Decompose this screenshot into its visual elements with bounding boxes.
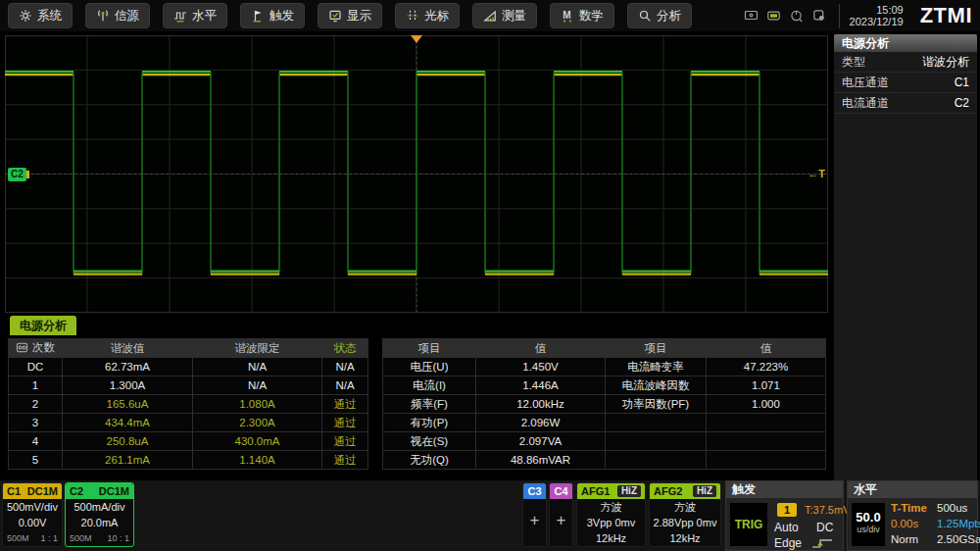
t-time-value: 500us — [937, 502, 980, 515]
analysis-icon — [638, 9, 652, 23]
table-cell: N/A — [193, 358, 322, 376]
table-row: 频率(F)12.00kHz功率因数(PF)1.000 — [383, 395, 826, 414]
power-analysis-panel: 电源分析 类型谐波分析电压通道C1电流通道C2 — [834, 34, 977, 480]
toolbar-button-measure[interactable]: 测量 — [472, 3, 537, 28]
toolbar-button-analysis[interactable]: 分析 — [627, 3, 692, 28]
table-cell: 5 — [9, 451, 63, 470]
table-cell: DC — [9, 358, 63, 376]
table-cell: 视在(S) — [383, 432, 476, 451]
table-row: DC62.73mAN/AN/A — [9, 358, 368, 376]
table-cell: N/A — [322, 376, 368, 395]
c1-scale: 500mV/div — [3, 500, 62, 515]
afg2-frequency: 12kHz — [650, 531, 720, 546]
toolbar-button-horizontal[interactable]: 水平 — [163, 3, 227, 28]
power-params-table: 项目值项目值电压(U)1.450V电流畸变率47.223%电流(I)1.446A… — [382, 338, 826, 470]
tab-power-analysis[interactable]: 电源分析 — [10, 316, 76, 335]
export-icon[interactable] — [16, 341, 28, 356]
waveform-display[interactable]: ←T C2 — [5, 35, 828, 313]
trig-status-box: TRIG — [730, 503, 767, 546]
timebase-box[interactable]: 50.0 us/div — [852, 503, 885, 546]
usb-icon[interactable] — [766, 8, 782, 24]
table-cell: 1.080A — [193, 395, 322, 414]
channel-c3-box[interactable]: C3 + — [522, 482, 547, 547]
column-header: 项目 — [383, 339, 476, 358]
trigger-level-value: T:37.5mV — [805, 504, 850, 516]
c3-add-button[interactable]: + — [523, 499, 546, 542]
screen-icon[interactable] — [744, 8, 760, 24]
table-cell: 频率(F) — [383, 395, 476, 414]
toolbar-button-label: 测量 — [502, 8, 526, 25]
afg1-waveform: 方波 — [577, 500, 645, 515]
c2-probe: 10 : 1 — [107, 533, 129, 543]
trigger-source-badge[interactable]: 1 — [777, 503, 797, 517]
sample-rate: 2.50GSa/s — [937, 533, 980, 546]
afg1-box[interactable]: AFG1 HiZ 方波 3Vpp 0mv 12kHz — [576, 482, 646, 547]
channel-ground-badge[interactable]: C2 — [8, 168, 26, 181]
mouse-icon[interactable] — [789, 8, 805, 24]
toolbar-button-display[interactable]: 显示 — [318, 3, 382, 28]
toolbar-button-label: 水平 — [192, 8, 217, 25]
horizontal-panel-title: 水平 — [848, 481, 977, 498]
channel-c4-box[interactable]: C4 + — [549, 482, 573, 547]
toolbar-button-gear[interactable]: 系统 — [8, 3, 73, 28]
table-cell: 261.1mA — [63, 451, 193, 470]
trigger-level-marker[interactable]: ←T — [808, 168, 825, 179]
table-cell: 通过 — [322, 395, 368, 414]
toolbar-button-source[interactable]: 信源 — [85, 3, 150, 28]
afg1-frequency: 12kHz — [577, 531, 645, 546]
column-header: 项目 — [606, 339, 707, 358]
channel-c2-box[interactable]: C2 DC1M 500mA/div 20.0mA 500M 10 : 1 — [65, 482, 134, 547]
top-toolbar: 系统信源水平触发显示光标测量M数学分析 15:09 2023/12/19 ZTM… — [0, 0, 980, 31]
display-icon — [328, 9, 342, 23]
touch-icon[interactable] — [811, 8, 827, 24]
trigger-coupling[interactable]: DC — [816, 521, 833, 534]
setting-label: 电压通道 — [842, 75, 889, 91]
toolbar-button-trigger[interactable]: 触发 — [240, 3, 305, 28]
table-cell: 1.000 — [707, 395, 826, 414]
c1-header: C1 DC1M — [3, 483, 62, 499]
table-cell: 电流(I) — [383, 376, 476, 395]
afg2-label: AFG2 — [654, 485, 682, 497]
table-cell: N/A — [193, 376, 322, 395]
c4-add-button[interactable]: + — [550, 499, 572, 542]
table-cell: N/A — [322, 358, 368, 376]
table-cell: 1.140A — [193, 451, 322, 470]
panel-setting-类型[interactable]: 类型谐波分析 — [834, 52, 977, 73]
delay-value: 0.00s — [891, 518, 937, 530]
c1-offset: 0.00V — [3, 516, 62, 530]
timebase-value: 50.0 — [852, 510, 885, 525]
toolbar-button-label: 触发 — [270, 8, 294, 25]
table-cell: 2.096W — [476, 414, 606, 432]
afg2-box[interactable]: AFG2 HiZ 方波 2.88Vpp 0mv 12kHz — [649, 482, 721, 547]
panel-setting-电流通道[interactable]: 电流通道C2 — [834, 93, 977, 114]
table-row: 无功(Q)48.86mVAR — [383, 451, 826, 470]
c1-label: C1 — [7, 485, 21, 497]
table-cell: 1.071 — [707, 376, 826, 395]
c1-bandwidth: 500M — [7, 533, 29, 543]
toolbar-menu: 系统信源水平触发显示光标测量M数学分析 — [0, 3, 692, 28]
panel-setting-电压通道[interactable]: 电压通道C1 — [834, 73, 977, 93]
trigger-position-marker[interactable] — [411, 35, 422, 43]
table-cell — [606, 432, 707, 451]
channel-c1-box[interactable]: C1 DC1M 500mV/div 0.00V 500M 1 : 1 — [2, 482, 63, 547]
c2-offset: 20.0mA — [66, 516, 133, 530]
c2-label: C2 — [70, 485, 83, 497]
toolbar-button-math[interactable]: M数学 — [550, 3, 614, 28]
column-header: 次数 — [9, 339, 63, 358]
setting-label: 电流通道 — [842, 95, 889, 112]
afg2-impedance-badge: HiZ — [693, 485, 716, 497]
table-cell: 有功(P) — [383, 414, 476, 432]
horizontal-icon — [173, 9, 187, 23]
memory-depth: 1.25Mpts — [937, 518, 980, 530]
setting-value: 谐波分析 — [922, 54, 969, 71]
horizontal-panel[interactable]: 水平 50.0 us/div T-Time 500us 0.00s 1.25Mp… — [847, 480, 978, 551]
toolbar-button-cursor[interactable]: 光标 — [395, 3, 460, 28]
trigger-panel-title: 触发 — [726, 481, 843, 498]
trigger-type[interactable]: Edge — [774, 536, 802, 550]
toolbar-button-label: 光标 — [424, 8, 449, 25]
column-header: 值 — [476, 339, 606, 358]
afg2-amplitude: 2.88Vpp 0mv — [650, 516, 720, 530]
trigger-mode[interactable]: Auto — [774, 521, 799, 534]
c4-label: C4 — [554, 485, 567, 497]
trigger-panel[interactable]: 触发 TRIG 1 Auto Edge T:37.5mV DC — [725, 480, 844, 551]
